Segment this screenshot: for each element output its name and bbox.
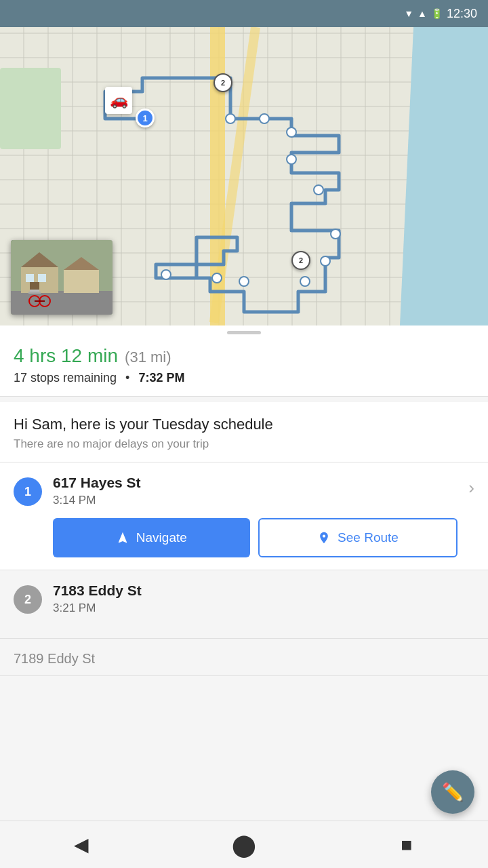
status-bar: ▼ ▲ 🔋 12:30 — [0, 0, 488, 27]
stop-1-chevron[interactable]: › — [468, 477, 474, 498]
stop-item-1: 1 617 Hayes St 3:14 PM Navigate See Rout… — [0, 462, 488, 570]
schedule-subtitle: There are no major delays on your trip — [14, 437, 474, 451]
svg-point-5 — [331, 229, 340, 239]
car-marker: 🚗 — [105, 87, 132, 114]
home-icon: ⬤ — [232, 832, 256, 858]
drag-handle[interactable] — [0, 326, 488, 337]
svg-rect-15 — [26, 274, 34, 282]
svg-rect-19 — [30, 290, 39, 292]
schedule-title: Hi Sam, here is your Tuesday schedule — [14, 416, 474, 433]
fab-edit-button[interactable]: ✏️ — [431, 770, 474, 814]
distance: (31 mi) — [125, 349, 171, 366]
street-photo-image — [11, 240, 113, 315]
signal-icon: ▲ — [418, 8, 427, 19]
svg-point-8 — [239, 277, 249, 286]
nav-back-button[interactable]: ◀ — [61, 825, 102, 865]
drag-handle-bar — [227, 331, 261, 334]
info-panel: 4 hrs 12 min (31 mi) 17 stops remaining … — [0, 337, 488, 397]
svg-rect-18 — [28, 292, 41, 294]
navigate-icon — [116, 531, 129, 545]
car-icon: 🚗 — [105, 87, 132, 114]
time-row: 4 hrs 12 min (31 mi) — [14, 345, 474, 367]
stop-marker-2-bottom: 2 — [291, 251, 310, 270]
see-route-icon — [317, 531, 331, 545]
stops-remaining: 17 stops remaining — [14, 371, 117, 384]
status-icons: ▼ ▲ 🔋 12:30 — [404, 7, 477, 21]
stop-2-info: 7183 Eddy St 3:21 PM — [53, 583, 474, 626]
stop-2-number: 2 — [14, 585, 42, 614]
battery-icon: 🔋 — [431, 8, 443, 19]
stop-2-address: 7183 Eddy St — [53, 583, 474, 599]
stop-1-actions: Navigate See Route — [53, 518, 458, 557]
stop-1-address: 617 Hayes St — [53, 475, 458, 491]
svg-point-0 — [226, 114, 235, 123]
stop-1-info: 617 Hayes St 3:14 PM Navigate See Route — [53, 475, 458, 557]
see-route-label: See Route — [338, 530, 399, 545]
stop-marker-1: 1 — [136, 108, 155, 127]
stops-row: 17 stops remaining • 7:32 PM — [14, 371, 474, 385]
stop-2-time: 3:21 PM — [53, 601, 474, 615]
schedule-section: Hi Sam, here is your Tuesday schedule Th… — [0, 402, 488, 462]
stop-icon: ■ — [401, 834, 413, 856]
stop-item-partial: 7189 Eddy St — [0, 639, 488, 676]
bottom-nav: ◀ ⬤ ■ — [0, 821, 488, 868]
svg-point-3 — [287, 155, 296, 164]
svg-point-9 — [212, 273, 222, 283]
navigate-label: Navigate — [136, 530, 187, 545]
travel-time: 4 hrs 12 min — [14, 345, 118, 367]
svg-rect-12 — [11, 291, 113, 315]
navigate-button[interactable]: Navigate — [53, 518, 250, 557]
stop-item-2[interactable]: 2 7183 Eddy St 3:21 PM — [0, 570, 488, 639]
edit-icon: ✏️ — [442, 782, 464, 803]
stop-item-2-inner: 2 7183 Eddy St 3:21 PM — [14, 583, 474, 626]
street-photo[interactable] — [11, 240, 113, 315]
stop-item-1-inner: 1 617 Hayes St 3:14 PM Navigate See Rout… — [14, 475, 474, 557]
eta-time: 7:32 PM — [138, 371, 184, 384]
status-time: 12:30 — [447, 7, 477, 21]
svg-rect-16 — [38, 274, 46, 282]
svg-point-10 — [161, 270, 171, 279]
svg-rect-20 — [64, 270, 99, 293]
svg-point-1 — [260, 114, 269, 123]
wifi-icon: ▼ — [404, 8, 413, 19]
svg-point-2 — [287, 127, 296, 137]
svg-point-7 — [300, 277, 310, 286]
stops-dot: • — [125, 371, 129, 384]
nav-home-button[interactable]: ⬤ — [224, 825, 264, 865]
map-area[interactable]: 🚗 1 2 2 — [0, 27, 488, 326]
stop-1-number: 1 — [14, 477, 42, 506]
stop-1-time: 3:14 PM — [53, 494, 458, 507]
stop-marker-2-top: 2 — [214, 73, 232, 92]
see-route-button[interactable]: See Route — [258, 518, 458, 557]
nav-stop-button[interactable]: ■ — [386, 825, 427, 865]
svg-point-4 — [314, 185, 323, 195]
partial-address: 7189 Eddy St — [14, 651, 474, 667]
back-icon: ◀ — [74, 833, 89, 856]
svg-point-6 — [321, 256, 330, 266]
